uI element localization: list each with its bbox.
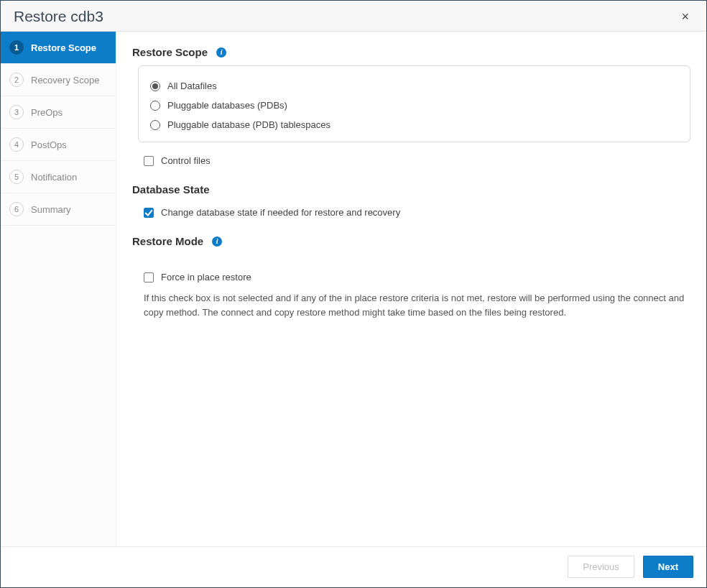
step-number: 1 (9, 40, 24, 55)
sidebar-item-recovery-scope[interactable]: 2 Recovery Scope (1, 64, 116, 96)
section-restore-mode-title: Restore Mode i (132, 235, 690, 247)
sidebar-item-summary[interactable]: 6 Summary (1, 193, 116, 226)
dialog-title: Restore cdb3 (14, 8, 103, 25)
section-database-state: Database State Change database state if … (132, 183, 690, 222)
sidebar-item-postops[interactable]: 4 PostOps (1, 129, 116, 161)
step-label: PostOps (31, 139, 67, 150)
checkbox-label: Control files (161, 155, 211, 166)
radio-icon (150, 120, 160, 130)
radio-label: Pluggable database (PDB) tablespaces (167, 119, 331, 130)
close-icon[interactable]: × (677, 9, 693, 24)
radio-all-datafiles[interactable]: All Datafiles (150, 76, 678, 96)
step-label: Restore Scope (31, 42, 96, 53)
step-number: 2 (9, 73, 24, 87)
checkbox-force-in-place[interactable]: Force in place restore (144, 267, 690, 287)
step-number: 4 (9, 137, 24, 152)
step-number: 3 (9, 105, 24, 119)
radio-label: Pluggable databases (PDBs) (167, 100, 287, 111)
step-number: 5 (9, 170, 24, 184)
radio-pdbs[interactable]: Pluggable databases (PDBs) (150, 96, 678, 115)
sidebar-item-notification[interactable]: 5 Notification (1, 161, 116, 193)
radio-icon (150, 101, 160, 111)
step-number: 6 (9, 202, 24, 216)
next-button[interactable]: Next (643, 556, 693, 578)
radio-icon (150, 81, 160, 91)
wizard-sidebar: 1 Restore Scope 2 Recovery Scope 3 PreOp… (1, 32, 116, 546)
restore-mode-help-text: If this check box is not selected and if… (144, 291, 690, 319)
section-restore-scope-title: Restore Scope i (132, 46, 690, 58)
checkbox-change-db-state[interactable]: Change database state if needed for rest… (144, 203, 690, 222)
step-label: Notification (31, 172, 77, 183)
step-label: Summary (31, 204, 71, 215)
dialog-footer: Previous Next (1, 546, 706, 586)
previous-button: Previous (568, 556, 634, 578)
step-label: Recovery Scope (31, 75, 99, 86)
checkbox-icon (144, 156, 154, 166)
checkbox-label: Force in place restore (161, 272, 251, 282)
section-title-text: Database State (132, 183, 210, 196)
section-title-text: Restore Mode (132, 235, 203, 247)
step-label: PreOps (31, 107, 63, 118)
radio-label: All Datafiles (167, 81, 217, 91)
checkbox-icon (144, 208, 154, 218)
section-database-state-title: Database State (132, 183, 690, 196)
info-icon[interactable]: i (212, 236, 222, 247)
sidebar-item-preops[interactable]: 3 PreOps (1, 96, 116, 129)
sidebar-item-restore-scope[interactable]: 1 Restore Scope (1, 32, 116, 64)
dialog-header: Restore cdb3 × (1, 1, 706, 32)
radio-pdb-tablespaces[interactable]: Pluggable database (PDB) tablespaces (150, 115, 678, 134)
checkbox-icon (144, 272, 154, 282)
dialog-body: 1 Restore Scope 2 Recovery Scope 3 PreOp… (1, 32, 706, 546)
section-restore-mode: Restore Mode i Force in place restore If… (132, 235, 690, 319)
info-icon[interactable]: i (216, 47, 226, 58)
wizard-content: Restore Scope i All Datafiles Pluggable … (116, 32, 706, 546)
checkbox-control-files[interactable]: Control files (144, 151, 690, 170)
restore-scope-radio-group: All Datafiles Pluggable databases (PDBs)… (138, 65, 690, 142)
section-title-text: Restore Scope (132, 46, 208, 58)
checkbox-label: Change database state if needed for rest… (161, 207, 400, 218)
